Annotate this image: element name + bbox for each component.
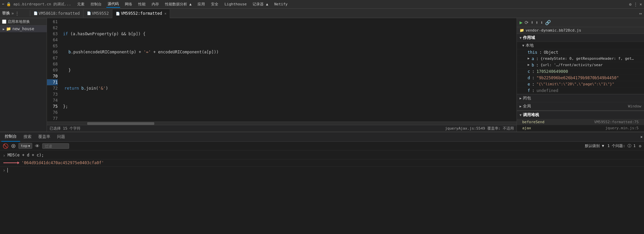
dbg-breakpoints-btn[interactable]: 🔗 <box>545 20 551 25</box>
code-line-62: b.push(encodeURIComponent(p) + '=' + enc… <box>63 49 514 55</box>
scope-global-header[interactable]: ▶ 全局 Window <box>517 102 644 110</box>
console-level-dropdown[interactable]: top ▼ <box>18 143 32 149</box>
svg-point-1 <box>13 145 14 147</box>
new-house-folder[interactable]: ▶ 📁 new_house <box>0 26 47 32</box>
tab-vm59552-formatted-icon: 📄 <box>116 12 120 15</box>
debugger-toolbar: ▶ ⟳ ⬆ ⬆ ⬇ 🔗 <box>517 18 644 27</box>
console-clear-icon[interactable]: 🚫 <box>3 143 8 149</box>
scope-val-this: Object <box>544 50 558 55</box>
scope-local-label: 本地 <box>526 43 534 48</box>
sources-more-icon[interactable]: ⋮ <box>15 11 19 16</box>
scope-key-a: a <box>532 56 534 61</box>
tab-network[interactable]: 网络 <box>123 1 133 7</box>
editor-status-bar: 已选择 15 个字符 jqueryAjax.js:5549 覆盖率: 不适用 <box>47 125 517 132</box>
scope-d-row: d : "9b225096be626b4179b9870b549b4450" <box>517 75 644 81</box>
tab-perf-data[interactable]: 性能数据分析 ▲ <box>164 1 193 7</box>
scope-sep-this: : <box>539 50 542 55</box>
scope-closure-label: 闭包 <box>523 95 531 101</box>
devtools-more-icon[interactable]: ⋮ <box>634 2 638 7</box>
sources-expand-icon[interactable]: » <box>11 11 14 16</box>
console-tabs-row: 控制台 搜索 覆盖率 问题 × <box>0 132 644 142</box>
tab-vm59552-formatted-close[interactable]: × <box>164 12 166 15</box>
code-content: if (a.hasOwnProperty(p) && b[p]) { b.pus… <box>60 18 517 122</box>
local-replace-checkbox[interactable] <box>2 19 6 24</box>
dropdown-chevron-icon: ▼ <box>28 144 30 148</box>
folder-icon: 📁 <box>6 27 11 31</box>
horizontal-scrollbar[interactable] <box>47 122 517 125</box>
tab-vm59552[interactable]: 📄 VM59552 <box>84 9 113 18</box>
console-tab-issues[interactable]: 问题 <box>54 132 68 142</box>
devtools-settings-icon[interactable]: ⚙ <box>629 2 632 7</box>
scope-sep-c: : <box>532 69 534 74</box>
tab-vm59552-formatted[interactable]: 📄 VM59552:formatted × <box>112 9 170 18</box>
split-editor-icon[interactable]: ⇔ <box>639 11 642 16</box>
tab-application[interactable]: 应用 <box>196 1 206 7</box>
console-options-icon[interactable] <box>11 144 16 148</box>
scope-label: 作用域 <box>523 35 535 41</box>
console-panel: 控制台 搜索 覆盖率 问题 × 🚫 top ▼ 👁 默认级别 ▼ 1 个问题: … <box>0 132 644 199</box>
scope-val-a: {readyState: 0, getResponseHeader: f, ge… <box>541 56 635 61</box>
tab-console[interactable]: 控制台 <box>89 1 103 7</box>
scope-val-b: {url: '…/front/activity/sear <box>541 63 603 67</box>
dbg-step-into-btn[interactable]: ⬆ <box>531 20 533 25</box>
tab-vm58618[interactable]: 📄 VM58618:formatted <box>30 9 84 18</box>
console-tab-search[interactable]: 搜索 <box>20 132 35 142</box>
console-result-line: '064d91d41dc470ac452975e0403cfa0f' <box>0 159 644 167</box>
console-tab-coverage[interactable]: 覆盖率 <box>35 132 54 142</box>
console-settings-icon[interactable]: ⚙ <box>639 144 641 148</box>
tab-memory[interactable]: 内存 <box>150 1 160 7</box>
tab-sources[interactable]: 源代码 <box>106 1 120 8</box>
console-issues-count[interactable]: 1 个问题: ⓘ 1 <box>607 143 636 148</box>
folder-triangle-icon: ▶ <box>3 27 5 31</box>
console-level-select[interactable]: 默认级别 ▼ <box>585 143 604 148</box>
dbg-resume-btn[interactable]: ▶ <box>520 19 523 26</box>
call-stack-label: 调用堆栈 <box>523 112 539 118</box>
main-area: 启用本地替换 ▶ 📁 new_house 6162636465 66676869… <box>0 18 644 132</box>
vendor-file-row: 📁 vendor-dynamic.bb728cd.js <box>517 27 644 34</box>
console-prompt-icon: › <box>3 153 5 158</box>
tab-lighthouse[interactable]: Lighthouse <box>223 1 248 7</box>
selection-status: 已选择 15 个字符 <box>50 126 81 131</box>
scope-c-row: c : 1705240649000 <box>517 68 644 75</box>
tab-performance[interactable]: 性能 <box>137 1 147 7</box>
dbg-step-btn[interactable]: ⬇ <box>540 20 543 25</box>
console-eye-icon[interactable]: 👁 <box>35 143 40 149</box>
console-content: › MD5(e + d + c); '064d91d41dc470ac45297… <box>0 150 644 199</box>
console-filter-input[interactable] <box>42 143 69 149</box>
dbg-step-over-btn[interactable]: ⟳ <box>525 20 529 25</box>
scope-this-row: this : Object <box>517 49 644 56</box>
console-tab-console[interactable]: 控制台 <box>1 132 20 142</box>
console-input-line[interactable]: › <box>0 167 644 174</box>
tab-security[interactable]: 安全 <box>210 1 220 7</box>
scope-val-d: "9b225096be626b4179b9870b549b4450" <box>536 76 619 80</box>
tab-netify[interactable]: Netify <box>273 1 289 7</box>
scope-key-d: d <box>528 76 530 80</box>
call-stack-item-pulldata[interactable]: F.pullData table.js:2 <box>517 131 644 132</box>
scope-section-header[interactable]: ▼ 作用域 <box>517 34 644 42</box>
scope-panel: ▼ 作用域 ▼ 本地 this : Object ▶ a : {readySta… <box>517 34 644 132</box>
scope-global-value: Window <box>628 104 641 108</box>
console-close-btn[interactable]: × <box>640 135 643 139</box>
call-stack-header[interactable]: ▼ 调用堆栈 <box>517 110 644 119</box>
top-label: top <box>21 144 28 148</box>
scope-triangle-icon: ▼ <box>520 36 522 40</box>
local-replace-label: 启用本地替换 <box>8 19 30 24</box>
scope-closure-header[interactable]: ▶ 闭包 <box>517 94 644 102</box>
tab-elements[interactable]: 元素 <box>76 1 86 7</box>
replace-label[interactable]: 替换 <box>2 10 10 16</box>
devtools-title: ⬅ 🔒 api.birdreport.cn 的调试... <box>2 2 71 7</box>
scope-val-c: 1705240649000 <box>536 69 568 74</box>
dbg-step-out-btn[interactable]: ⬆ <box>535 20 538 25</box>
scope-local-header[interactable]: ▼ 本地 <box>517 42 644 49</box>
code-line-64: return b.join('&') <box>63 85 514 91</box>
call-stack-item-ajax[interactable]: ajax jquery.min.js:5 <box>517 125 644 131</box>
devtools-close-icon[interactable]: × <box>640 2 642 7</box>
code-line-63: } <box>63 67 514 73</box>
folder-name: new_house <box>12 27 34 31</box>
console-cursor-blink <box>7 168 8 173</box>
tab-recorder[interactable]: 记录器 ▲ <box>251 1 269 7</box>
scope-b-row: ▶ b : {url: '…/front/activity/sear <box>517 62 644 68</box>
call-stack-item-beforesend[interactable]: beforeSend VM59552:formatted:75 <box>517 119 644 125</box>
sources-tabs-row: 替换 » ⋮ 📄 VM58618:formatted 📄 VM59552 📄 V… <box>0 9 644 18</box>
svg-marker-3 <box>17 161 19 164</box>
